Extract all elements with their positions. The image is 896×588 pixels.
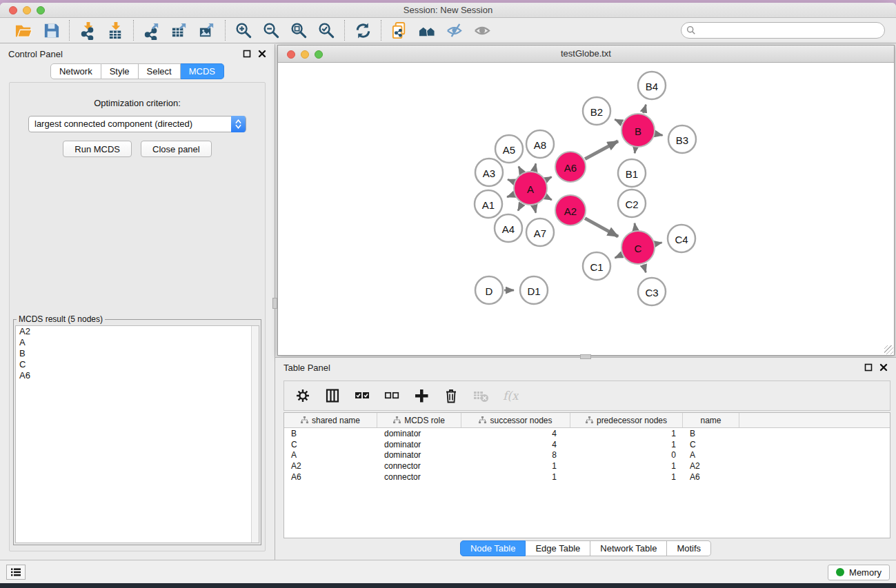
node-A6[interactable]: A6 [555, 152, 586, 182]
node-A2[interactable]: A2 [555, 195, 586, 225]
export-table-icon[interactable] [169, 20, 190, 41]
network-close-button[interactable] [287, 50, 295, 59]
close-table-panel-icon[interactable] [879, 363, 888, 372]
zoom-fit-icon[interactable] [288, 20, 309, 41]
table-cell[interactable]: 1 [570, 461, 683, 471]
node-B4[interactable]: B4 [638, 72, 666, 99]
edge-C-C3[interactable] [644, 265, 646, 273]
show-all-icon[interactable] [472, 20, 492, 41]
table-cell[interactable]: dominator [377, 440, 461, 449]
edge-C-C1[interactable] [615, 255, 621, 258]
edge-A-A5[interactable] [519, 166, 522, 172]
node-A7[interactable]: A7 [526, 219, 554, 246]
delete-column-icon[interactable] [442, 387, 460, 405]
horizontal-split-handle[interactable] [580, 354, 591, 359]
node-C[interactable]: C [621, 231, 655, 264]
search-input[interactable] [681, 22, 885, 39]
table-row[interactable]: Adominator80A [284, 450, 890, 461]
run-mcds-button[interactable]: Run MCDS [63, 141, 132, 157]
table-cell[interactable]: A6 [284, 472, 377, 482]
edge-A-A7[interactable] [535, 205, 536, 212]
add-column-icon[interactable] [412, 387, 430, 405]
node-A3[interactable]: A3 [475, 159, 503, 186]
mcds-result-item[interactable]: A6 [16, 370, 259, 381]
edge-A-A6[interactable] [546, 177, 552, 180]
column-header-predecessor-nodes[interactable]: predecessor nodes [570, 413, 683, 427]
table-row[interactable]: A6connector11A6 [284, 472, 890, 483]
resize-grip[interactable] [884, 345, 893, 354]
edge-A2-C[interactable] [585, 219, 618, 236]
select-all-columns-icon[interactable] [353, 387, 371, 405]
table-cell[interactable]: 1 [461, 461, 570, 471]
edge-C-C2[interactable] [635, 223, 635, 230]
tab-edge-table[interactable]: Edge Table [526, 540, 590, 556]
close-window-button[interactable] [9, 6, 17, 14]
table-row[interactable]: Bdominator41B [284, 428, 890, 439]
import-table-icon[interactable] [105, 20, 126, 41]
memory-button[interactable]: Memory [828, 565, 890, 580]
edge-B-B4[interactable] [644, 105, 646, 113]
node-B1[interactable]: B1 [618, 159, 646, 187]
table-cell[interactable]: 8 [461, 450, 570, 460]
show-columns-icon[interactable] [323, 387, 341, 405]
export-image-icon[interactable] [197, 20, 217, 41]
node-A5[interactable]: A5 [495, 135, 523, 163]
node-D1[interactable]: D1 [520, 276, 548, 304]
tab-mcds[interactable]: MCDS [181, 63, 224, 79]
column-header-shared-name[interactable]: shared name [284, 413, 377, 427]
task-history-button[interactable] [6, 565, 26, 580]
edge-C-C4[interactable] [655, 243, 661, 244]
network-zoom-button[interactable] [315, 50, 323, 59]
edge-A-A4[interactable] [518, 204, 521, 211]
tab-network-table[interactable]: Network Table [590, 540, 667, 556]
table-row[interactable]: Cdominator41C [284, 439, 890, 450]
column-header-MCDS-role[interactable]: MCDS role [377, 413, 461, 427]
table-row[interactable]: A2connector11A2 [284, 460, 890, 472]
table-cell[interactable]: dominator [377, 429, 461, 438]
edge-B-B2[interactable] [615, 119, 621, 123]
edge-A6-B[interactable] [585, 141, 618, 159]
zoom-selected-icon[interactable] [316, 20, 337, 41]
save-session-icon[interactable] [41, 20, 61, 41]
mcds-result-item[interactable]: B [16, 348, 259, 359]
criterion-select[interactable]: largest connected component (directed) [28, 116, 246, 132]
new-network-from-selection-icon[interactable] [389, 20, 410, 41]
node-C2[interactable]: C2 [618, 190, 646, 217]
table-cell[interactable]: A6 [683, 472, 739, 482]
close-panel-icon[interactable] [258, 50, 266, 58]
table-cell[interactable]: A2 [683, 461, 739, 471]
node-A8[interactable]: A8 [526, 130, 554, 158]
table-cell[interactable]: A [284, 450, 377, 460]
table-cell[interactable]: A2 [284, 461, 377, 471]
zoom-window-button[interactable] [37, 6, 45, 14]
network-minimize-button[interactable] [301, 50, 309, 59]
table-cell[interactable]: connector [377, 461, 461, 471]
table-cell[interactable]: 1 [570, 472, 683, 482]
hide-selected-icon[interactable] [444, 20, 465, 41]
node-D[interactable]: D [475, 276, 503, 304]
network-canvas[interactable]: B4B2BB3A8A5A6A3B1AA1C2A2A4A7C4CC1DD1C3 [278, 63, 894, 355]
tab-node-table[interactable]: Node Table [460, 540, 526, 556]
column-header-successor-nodes[interactable]: successor nodes [461, 413, 570, 427]
node-A[interactable]: A [514, 172, 547, 205]
node-B[interactable]: B [621, 114, 655, 147]
unselect-all-columns-icon[interactable] [383, 387, 401, 405]
edge-B-B1[interactable] [635, 148, 635, 154]
edge-A-A2[interactable] [546, 197, 552, 200]
tab-style[interactable]: Style [101, 63, 139, 79]
float-panel-icon[interactable] [243, 50, 251, 58]
zoom-in-icon[interactable] [233, 20, 254, 41]
vertical-split-handle[interactable] [272, 298, 277, 309]
column-header-name[interactable]: name [683, 413, 739, 427]
export-network-icon[interactable] [141, 20, 162, 41]
table-cell[interactable]: C [284, 440, 377, 449]
table-cell[interactable]: connector [377, 472, 461, 482]
node-B3[interactable]: B3 [668, 125, 696, 153]
node-C3[interactable]: C3 [638, 278, 666, 305]
edge-A-A1[interactable] [507, 194, 514, 197]
float-table-panel-icon[interactable] [864, 363, 873, 372]
zoom-out-icon[interactable] [261, 20, 281, 41]
tab-network[interactable]: Network [50, 63, 101, 79]
table-cell[interactable]: 1 [570, 440, 683, 449]
edge-A-A3[interactable] [508, 179, 514, 181]
